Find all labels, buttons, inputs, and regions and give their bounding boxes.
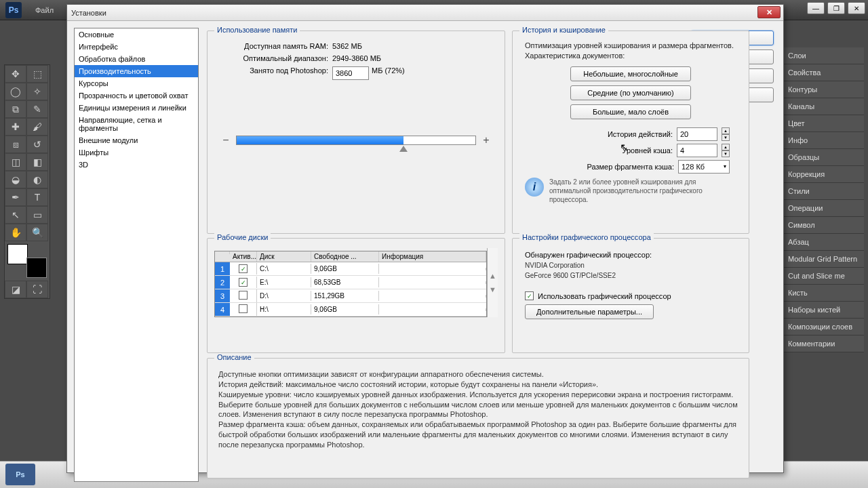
table-row[interactable]: 1✓C:\9,06GB bbox=[215, 262, 486, 276]
panel-tab[interactable]: Кисть bbox=[783, 285, 864, 302]
color-swatches[interactable] bbox=[6, 244, 48, 278]
dialog-close-button[interactable]: ✕ bbox=[757, 6, 781, 18]
row-free: 9,06GB bbox=[311, 304, 379, 314]
shape-tool-icon[interactable]: ▭ bbox=[26, 206, 48, 224]
panel-tab[interactable]: Стили bbox=[783, 183, 864, 200]
preset-small-button[interactable]: Небольшие, многослойные bbox=[570, 66, 691, 81]
maximize-button[interactable]: ❐ bbox=[827, 2, 845, 14]
panel-tab[interactable]: Комментарии bbox=[783, 336, 864, 352]
history-group: История и кэширование Оптимизация уровне… bbox=[512, 30, 749, 234]
memory-slider[interactable]: − + bbox=[221, 134, 491, 146]
panel-tab[interactable]: Инфо bbox=[783, 132, 864, 149]
category-item[interactable]: Интерфейс bbox=[75, 41, 198, 53]
panel-tab[interactable]: Свойства bbox=[783, 64, 864, 81]
menu-file[interactable]: Файл bbox=[28, 6, 60, 14]
panel-tab[interactable]: Cut and Slice me bbox=[783, 268, 864, 285]
background-swatch[interactable] bbox=[26, 258, 47, 278]
panel-tab[interactable]: Цвет bbox=[783, 115, 864, 132]
healing-tool-icon[interactable]: ✚ bbox=[5, 118, 26, 136]
category-item[interactable]: Единицы измерения и линейки bbox=[75, 102, 198, 114]
panel-tab[interactable]: Наборы кистей bbox=[783, 302, 864, 319]
col-active[interactable]: Актив... bbox=[230, 251, 257, 262]
stamp-tool-icon[interactable]: ⧇ bbox=[5, 136, 26, 153]
table-row[interactable]: 4H:\9,06GB bbox=[215, 303, 486, 317]
type-tool-icon[interactable]: T bbox=[26, 188, 48, 206]
slider-thumb-icon[interactable] bbox=[399, 146, 408, 152]
close-window-button[interactable]: ✕ bbox=[848, 2, 865, 14]
panel-tab[interactable]: Операции bbox=[783, 200, 864, 217]
row-active-checkbox[interactable]: ✓ bbox=[239, 264, 248, 273]
spinner-arrows-icon[interactable]: ▲▼ bbox=[722, 144, 730, 157]
panel-tab[interactable]: Контуры bbox=[783, 81, 864, 98]
col-info[interactable]: Информация bbox=[379, 251, 486, 262]
row-info bbox=[379, 281, 486, 284]
category-item[interactable]: 3D bbox=[75, 159, 198, 171]
dialog-titlebar[interactable]: Установки ✕ bbox=[67, 5, 783, 21]
cache-levels-input[interactable] bbox=[677, 144, 717, 157]
slider-track[interactable] bbox=[236, 136, 476, 145]
scratch-disks-title: Рабочие диски bbox=[214, 233, 271, 241]
use-gpu-checkbox[interactable]: ✓ bbox=[525, 291, 534, 300]
select-tool-icon[interactable]: ⬚ bbox=[26, 65, 48, 83]
col-disk[interactable]: Диск bbox=[257, 251, 311, 262]
row-active-checkbox[interactable] bbox=[239, 304, 248, 313]
preset-default-button[interactable]: Средние (по умолчанию) bbox=[570, 85, 691, 100]
preset-big-button[interactable]: Большие, мало слоёв bbox=[570, 104, 691, 119]
cache-tile-dropdown[interactable]: 128 Кб bbox=[678, 160, 730, 174]
category-item[interactable]: Производительность bbox=[75, 65, 198, 77]
minimize-button[interactable]: — bbox=[807, 2, 825, 14]
category-item[interactable]: Основные bbox=[75, 28, 198, 41]
crop-tool-icon[interactable]: ⧉ bbox=[5, 100, 26, 118]
category-item[interactable]: Направляющие, сетка и фрагменты bbox=[75, 114, 198, 134]
wand-tool-icon[interactable]: ✧ bbox=[26, 83, 48, 100]
mem-used-input[interactable] bbox=[332, 66, 369, 80]
category-item[interactable]: Внешние модули bbox=[75, 134, 198, 146]
row-active-checkbox[interactable] bbox=[239, 291, 248, 300]
category-item[interactable]: Прозрачность и цветовой охват bbox=[75, 89, 198, 102]
col-free[interactable]: Свободное ... bbox=[311, 251, 379, 262]
panel-tab[interactable]: Каналы bbox=[783, 98, 864, 115]
history-intro: Оптимизация уровней кэширования и размер… bbox=[519, 41, 742, 61]
quickmask-icon[interactable]: ◪ bbox=[5, 281, 26, 298]
table-row[interactable]: 3D:\151,29GB bbox=[215, 289, 486, 303]
panel-tab[interactable]: Абзац bbox=[783, 234, 864, 251]
category-item[interactable]: Шрифты bbox=[75, 146, 198, 159]
eyedropper-tool-icon[interactable]: ✎ bbox=[26, 100, 48, 118]
eraser-tool-icon[interactable]: ◫ bbox=[5, 153, 26, 171]
category-item[interactable]: Обработка файлов bbox=[75, 53, 198, 65]
panel-tab[interactable]: Символ bbox=[783, 217, 864, 234]
move-tool-icon[interactable]: ✥ bbox=[5, 65, 26, 83]
foreground-swatch[interactable] bbox=[7, 244, 28, 264]
row-active-checkbox[interactable]: ✓ bbox=[239, 278, 248, 287]
slider-minus-icon[interactable]: − bbox=[221, 134, 231, 146]
category-item[interactable]: Курсоры bbox=[75, 77, 198, 89]
history-group-title: История и кэширование bbox=[519, 26, 608, 34]
slider-plus-icon[interactable]: + bbox=[481, 134, 491, 146]
blur-tool-icon[interactable]: ◒ bbox=[5, 171, 26, 188]
path-tool-icon[interactable]: ↖ bbox=[5, 206, 26, 224]
panel-tab[interactable]: Композиции слоев bbox=[783, 319, 864, 336]
panel-tab[interactable]: Modular Grid Pattern bbox=[783, 251, 864, 268]
gradient-tool-icon[interactable]: ◧ bbox=[26, 153, 48, 171]
spinner-arrows-icon[interactable]: ▲▼ bbox=[722, 127, 730, 141]
panel-tab[interactable]: Коррекция bbox=[783, 166, 864, 183]
zoom-tool-icon[interactable]: 🔍 bbox=[26, 224, 48, 241]
screenmode-icon[interactable]: ⛶ bbox=[26, 281, 48, 298]
pen-tool-icon[interactable]: ✒ bbox=[5, 188, 26, 206]
gpu-vendor: NVIDIA Corporation bbox=[525, 262, 736, 269]
panel-tab[interactable]: Слои bbox=[783, 47, 864, 64]
dodge-tool-icon[interactable]: ◐ bbox=[26, 171, 48, 188]
table-reorder-arrows[interactable]: ▲▼ bbox=[487, 248, 498, 317]
row-disk: E:\ bbox=[257, 277, 311, 287]
hand-tool-icon[interactable]: ✋ bbox=[5, 224, 26, 241]
memory-group-title: Использование памяти bbox=[214, 26, 300, 34]
table-row[interactable]: 2✓E:\68,53GB bbox=[215, 276, 486, 289]
history-brush-icon[interactable]: ↺ bbox=[26, 136, 48, 153]
gpu-advanced-button[interactable]: Дополнительные параметры... bbox=[525, 304, 654, 319]
history-states-input[interactable] bbox=[677, 127, 717, 141]
panel-tab[interactable]: Образцы bbox=[783, 149, 864, 166]
lasso-tool-icon[interactable]: ◯ bbox=[5, 83, 26, 100]
brush-tool-icon[interactable]: 🖌 bbox=[26, 118, 48, 136]
preferences-category-list[interactable]: ОсновныеИнтерфейсОбработка файловПроизво… bbox=[74, 28, 199, 482]
taskbar-ps-icon[interactable]: Ps bbox=[5, 464, 35, 485]
